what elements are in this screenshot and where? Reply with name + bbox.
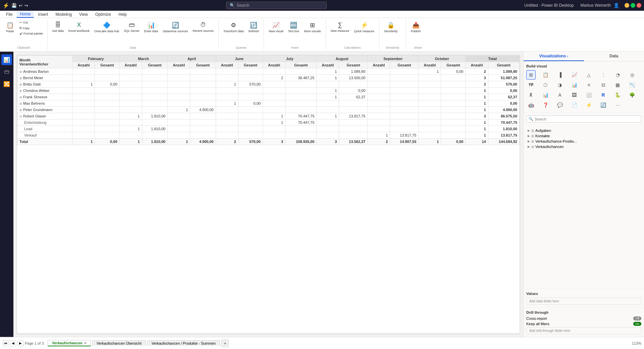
viz-shape-icon[interactable]: ⬜ xyxy=(584,90,594,100)
data-search-input[interactable] xyxy=(535,117,639,121)
menu-view[interactable]: View xyxy=(76,11,91,17)
close-tab-icon[interactable]: ✕ xyxy=(84,341,87,345)
undo-icon[interactable]: ↩ xyxy=(19,3,22,8)
viz-treemap-icon[interactable]: ▦ xyxy=(613,80,623,90)
table-row[interactable]: ⊞Britta Glatt 10,00 1570,00 2570,00 xyxy=(17,81,520,88)
cross-report-toggle[interactable]: Off xyxy=(633,316,641,320)
prev-page-button[interactable]: ◀ xyxy=(10,340,16,346)
new-visual-button[interactable]: 📈 New visual xyxy=(267,20,285,34)
viz-qna-icon[interactable]: ❓ xyxy=(541,100,550,110)
viz-matrix-icon[interactable]: ⊟ xyxy=(599,80,608,90)
user-avatar-icon[interactable]: 👤 xyxy=(613,3,619,8)
tab-data[interactable]: Data xyxy=(584,52,644,61)
viz-waterfall-icon[interactable]: 📉 xyxy=(628,80,637,90)
table-row[interactable]: ⊞Frank Shreeve 162,37 162,37 xyxy=(17,94,520,100)
viz-power-apps-icon[interactable]: ⚡ xyxy=(584,100,594,110)
recent-sources-button[interactable]: ⏱ Recent sources xyxy=(191,20,216,34)
viz-decomp-icon[interactable]: 🌳 xyxy=(628,90,637,100)
quick-save-icon[interactable]: 💾 xyxy=(11,3,17,8)
viz-kpi-icon[interactable]: 📊 xyxy=(570,80,579,90)
viz-gauge-icon[interactable]: ◑ xyxy=(555,80,565,90)
add-drill-fields-box[interactable]: Add drill-through fields here xyxy=(526,327,641,334)
data-field-verkaufschance-pos[interactable]: ▶ ⊞ Verkaufschance-Positio... xyxy=(526,139,641,144)
publish-button[interactable]: 📤 Publish xyxy=(409,20,423,34)
viz-python-icon[interactable]: 🐍 xyxy=(613,90,623,100)
more-visuals-button[interactable]: ⊞ More visuals xyxy=(302,20,323,34)
menu-modeling[interactable]: Modeling xyxy=(52,11,75,17)
sidebar-report-icon[interactable]: 📊 xyxy=(1,54,12,65)
minimize-button[interactable]: − xyxy=(625,3,629,8)
table-row[interactable]: Lead 11.810,00 11.810,00 xyxy=(17,126,520,132)
sidebar-model-icon[interactable]: 🔀 xyxy=(1,79,12,89)
viz-text-icon[interactable]: A xyxy=(555,90,565,100)
tab-visualizations[interactable]: Visualizations › xyxy=(524,52,584,61)
add-data-fields-box[interactable]: Add data fields here xyxy=(526,298,641,305)
close-button[interactable]: × xyxy=(637,3,641,8)
maximize-button[interactable]: □ xyxy=(631,3,635,8)
paste-button[interactable]: 📋 Paste xyxy=(3,20,17,34)
viz-table-icon[interactable]: ⊞ xyxy=(526,70,536,80)
menu-help[interactable]: Help xyxy=(115,11,130,17)
menu-home[interactable]: Home xyxy=(16,11,34,18)
page-tab-produkte[interactable]: Verkaufschancen / Produkte - Summen xyxy=(147,340,220,346)
redo-icon[interactable]: ↪ xyxy=(24,3,28,8)
viz-donut-icon[interactable]: ◎ xyxy=(628,70,637,80)
sidebar-data-icon[interactable]: 🗃 xyxy=(1,66,12,77)
viz-area-icon[interactable]: △ xyxy=(584,70,594,80)
table-visual[interactable]: MonthVerantwortlicher February March Apr… xyxy=(17,55,520,334)
viz-power-automate-icon[interactable]: 🔄 xyxy=(599,100,608,110)
text-box-button[interactable]: 🔤 Text box xyxy=(286,20,302,34)
viz-smart-icon[interactable]: 💬 xyxy=(555,100,565,110)
table-row[interactable]: Entscheidung 170.447,75 170.447,75 xyxy=(17,119,520,126)
next-page-button[interactable]: ▶ xyxy=(17,340,23,346)
onelake-button[interactable]: 🔷 OneLake data hub xyxy=(92,20,121,34)
excel-button[interactable]: X Excel workbook xyxy=(66,20,92,34)
table-row[interactable]: ⊟Robert Glaser 11.810,00 170.447,75 113.… xyxy=(17,113,520,119)
menu-insert[interactable]: Insert xyxy=(35,11,51,17)
global-search-box[interactable]: 🔍 Search xyxy=(226,2,327,9)
copy-button[interactable]: ⧉ Copy xyxy=(18,26,45,31)
cut-button[interactable]: ✂ Cut xyxy=(18,20,45,25)
data-field-aufgaben[interactable]: ▶ ⊞ Aufgaben xyxy=(526,128,641,133)
sql-button[interactable]: 🗃 SQL Server xyxy=(122,20,142,34)
keep-all-filters-toggle[interactable]: On xyxy=(633,322,641,326)
first-page-button[interactable]: ⏮ xyxy=(3,340,9,346)
viz-funnel-icon[interactable]: ⬡ xyxy=(541,80,550,90)
viz-slicer-icon[interactable]: ≡ xyxy=(584,80,594,90)
menu-file[interactable]: File xyxy=(3,11,16,17)
new-measure-button[interactable]: ∑ New measure xyxy=(329,20,352,34)
viz-more-icon[interactable]: ··· xyxy=(613,100,623,110)
get-data-button[interactable]: 🗄 Get data xyxy=(50,20,66,34)
table-row[interactable]: ⊞Max Behrens 10,00 10,00 xyxy=(17,100,520,107)
table-row[interactable]: ⊞Andreas Barton 11.089,80 10,00 21.089,8… xyxy=(17,68,520,75)
viz-image-icon[interactable]: 🖼 xyxy=(570,90,579,100)
table-row[interactable]: ⊞Bernd Meier 238.487,25 113.500,00 351.9… xyxy=(17,75,520,81)
viz-scatter-icon[interactable]: ⁚ xyxy=(599,70,608,80)
format-painter-button[interactable]: 🖌 Format painter xyxy=(18,31,45,36)
data-search-box[interactable]: 🔍 xyxy=(526,115,641,122)
viz-map-icon[interactable]: 🗺 xyxy=(526,80,536,90)
table-row[interactable]: ⊞Christina Weber 10,00 10,00 xyxy=(17,88,520,94)
viz-ribbon-icon[interactable]: 🎗 xyxy=(526,90,536,100)
transform-button[interactable]: ⚙ Transform data xyxy=(221,20,246,34)
enter-data-button[interactable]: 📊 Enter data xyxy=(142,20,160,34)
viz-ai-icon[interactable]: 🤖 xyxy=(526,100,536,110)
viz-pie-icon[interactable]: ◔ xyxy=(613,70,623,80)
table-row[interactable]: Verkauf 113.817,75 113.817,75 xyxy=(17,132,520,139)
quick-measure-button[interactable]: ⚡ Quick measure xyxy=(352,20,376,34)
dataverse-button[interactable]: 🔄 Dataverse sources xyxy=(161,20,190,34)
viz-r-icon[interactable]: R xyxy=(599,90,608,100)
table-row[interactable]: ⊞Peter Grundmann 14.900,00 14.900,00 xyxy=(17,107,520,113)
sensitivity-button[interactable]: 🔒 Sensitivity xyxy=(382,20,400,34)
viz-bar-icon[interactable]: ▐ xyxy=(555,70,565,80)
viz-card-icon[interactable]: 📋 xyxy=(541,70,550,80)
menu-optimize[interactable]: Optimize xyxy=(92,11,114,17)
viz-paginated-icon[interactable]: 📄 xyxy=(570,100,579,110)
data-field-verkaufschancen[interactable]: ▶ ⊞ Verkaufschancen xyxy=(526,144,641,149)
viz-combo-icon[interactable]: 📊 xyxy=(541,90,550,100)
page-tab-verkaufschancen[interactable]: Verkaufschancen ✕ xyxy=(48,340,91,346)
viz-line-icon[interactable]: 📈 xyxy=(570,70,579,80)
data-field-kontakte[interactable]: ▶ ⊞ Kontakte xyxy=(526,133,641,139)
page-tab-uebersicht[interactable]: Verkaufschancen Übersicht xyxy=(92,340,146,346)
refresh-button[interactable]: 🔃 Refresh xyxy=(247,20,261,34)
